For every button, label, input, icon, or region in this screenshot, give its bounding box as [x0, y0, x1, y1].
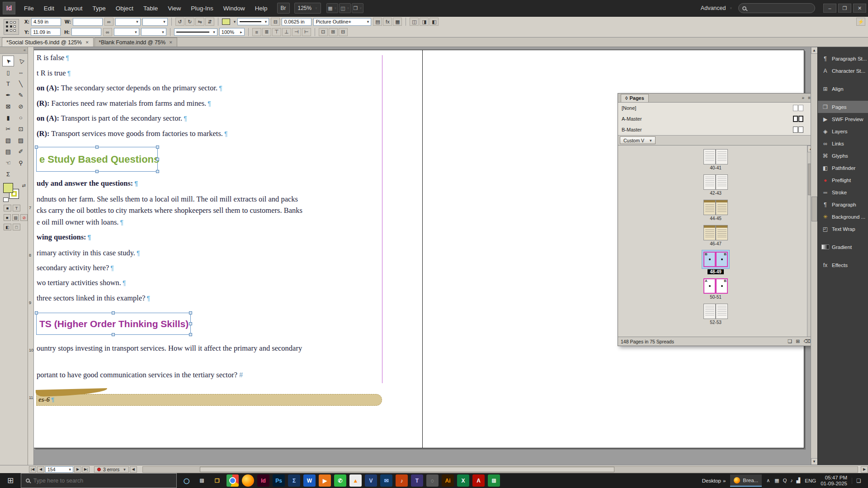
transform-icon-button[interactable]: ⇋: [195, 18, 204, 26]
page-spread-thumbnail[interactable]: 42-43: [691, 174, 741, 196]
page-spread-thumbnail[interactable]: 40-41: [691, 149, 741, 170]
page-icon[interactable]: A: [703, 278, 716, 294]
text-wrap-icon-button[interactable]: ◧: [429, 18, 439, 26]
previous-page-button[interactable]: ◀: [37, 466, 44, 473]
taskbar-app-icon[interactable]: Σ: [288, 474, 300, 487]
rotation-field[interactable]: ▾: [142, 18, 168, 26]
scroll-left-button[interactable]: ◀: [130, 466, 137, 473]
dock-panel-button[interactable]: ⌘ Glyphs: [818, 150, 868, 162]
tool-button[interactable]: ⊡: [15, 123, 27, 134]
object-style-dropdown[interactable]: Picture Outline+▾: [313, 18, 371, 26]
selection-handle[interactable]: [189, 322, 192, 325]
taskbar-app-icon[interactable]: ▲: [349, 474, 362, 487]
selection-handle[interactable]: [35, 311, 38, 314]
scrollbar-thumb[interactable]: [200, 467, 614, 472]
menu-item[interactable]: View: [163, 0, 186, 17]
constrain-proportions-icon[interactable]: ∞: [104, 18, 113, 26]
taskbar-app-icon[interactable]: ❒: [211, 474, 223, 487]
dock-panel-button[interactable]: ● Preflight: [818, 174, 868, 186]
scroll-up-icon[interactable]: ▲: [811, 47, 818, 54]
align-icon-button[interactable]: ⊥: [282, 28, 291, 36]
collapse-panel-icon[interactable]: »: [802, 95, 805, 100]
quick-apply-icon[interactable]: ⚡: [856, 18, 865, 26]
dock-panel-button[interactable]: Gradient: [818, 241, 868, 253]
selection-handle[interactable]: [189, 333, 192, 336]
selection-handle[interactable]: [189, 311, 192, 314]
taskbar-app-icon[interactable]: [226, 474, 239, 487]
transform-icon-button[interactable]: ↻: [185, 18, 194, 26]
panel-footer-icon-button[interactable]: ⌫: [803, 338, 811, 344]
scroll-down-icon[interactable]: ▼: [811, 458, 818, 465]
tool-button[interactable]: T: [2, 78, 14, 89]
close-icon[interactable]: ✕: [85, 40, 89, 45]
tool-button[interactable]: ▤: [2, 146, 14, 157]
menu-item[interactable]: Window: [218, 0, 250, 17]
page-spread-thumbnail[interactable]: B B 48-49: [691, 250, 741, 274]
dock-panel-button[interactable]: ∞ Links: [818, 137, 868, 150]
taskbar-app-icon[interactable]: T: [411, 474, 423, 487]
tool-button[interactable]: ▮: [2, 112, 14, 123]
tool-button[interactable]: ▧: [2, 135, 14, 145]
taskbar-search-box[interactable]: [21, 473, 177, 488]
align-icon-button[interactable]: ≡: [252, 28, 261, 36]
master-page-row[interactable]: B-Master: [618, 124, 813, 135]
document-tab[interactable]: *Blank Fomate.indd @ 75% ✕: [94, 38, 177, 47]
minimize-button[interactable]: –: [823, 4, 836, 13]
align-icon-button[interactable]: ⊢: [302, 28, 311, 36]
preview-view-button[interactable]: □: [13, 224, 20, 230]
document-tab[interactable]: *Social Studies-6.indd @ 125% ✕: [2, 38, 94, 47]
menu-item[interactable]: Help: [250, 0, 273, 17]
tray-icon[interactable]: ▟: [797, 478, 800, 483]
last-page-button[interactable]: ▶|: [82, 466, 90, 473]
collapse-panel-icon[interactable]: «: [24, 48, 26, 52]
height-field[interactable]: [71, 28, 101, 36]
dock-panel-button[interactable]: ▶ SWF Preview: [818, 113, 868, 125]
tool-button[interactable]: ╲: [15, 78, 27, 89]
text-wrap-icon-button[interactable]: ◫: [410, 18, 419, 26]
taskbar-app-icon[interactable]: ✉: [380, 474, 392, 487]
language-indicator[interactable]: ENG: [805, 478, 816, 483]
effects-icon-button[interactable]: ▤: [373, 18, 382, 26]
scrollbar-thumb[interactable]: [811, 197, 817, 221]
selection-handle[interactable]: [112, 333, 115, 336]
shear-field[interactable]: ▾: [141, 28, 166, 36]
selection-handle[interactable]: [156, 170, 159, 173]
selection-handle[interactable]: [112, 311, 115, 314]
frame-fitting-icon-button[interactable]: ⊞: [329, 28, 338, 36]
tool-button[interactable]: ○: [15, 112, 27, 123]
effects-icon-button[interactable]: fx: [383, 18, 392, 26]
page-icon[interactable]: [716, 225, 728, 240]
dock-panel-button[interactable]: ◰ Text Wrap: [818, 223, 868, 235]
taskbar-app-icon[interactable]: [242, 474, 254, 487]
taskbar-app-icon[interactable]: Ps: [273, 474, 285, 487]
tool-button[interactable]: ▷: [15, 56, 27, 66]
restore-button[interactable]: ❐: [838, 4, 851, 13]
tray-icon[interactable]: Q: [783, 478, 787, 483]
dock-panel-button[interactable]: fx Effects: [818, 259, 868, 271]
pages-panel-header[interactable]: ◊ Pages » ≡: [618, 94, 813, 103]
fill-swatch[interactable]: [222, 19, 230, 25]
apply-none-button[interactable]: ⊘: [20, 214, 28, 221]
text-wrap-icon-button[interactable]: ◨: [420, 18, 429, 26]
menu-item[interactable]: Object: [111, 0, 138, 17]
selected-heading-frame[interactable]: TS (Higher Order Thinking Skills): [36, 313, 191, 335]
menu-item[interactable]: Type: [88, 0, 111, 17]
page-spread-thumbnail[interactable]: 44-45: [691, 200, 741, 221]
taskbar-app-icon[interactable]: V: [365, 474, 377, 487]
selection-handle[interactable]: [95, 170, 99, 173]
page-icon[interactable]: [703, 304, 716, 319]
selected-heading-frame[interactable]: e Study Based Questions: [36, 147, 158, 172]
tray-icon[interactable]: ▦: [774, 478, 779, 483]
start-button[interactable]: ⊞: [0, 473, 21, 488]
taskbar-app-icon[interactable]: Ai: [442, 474, 454, 487]
horizontal-scrollbar[interactable]: [142, 466, 858, 473]
menu-item[interactable]: Edit: [39, 0, 59, 17]
workspace-switcher[interactable]: Advanced▾: [701, 5, 732, 11]
apply-gradient-button[interactable]: ▧: [12, 214, 19, 221]
tool-button[interactable]: ⚲: [15, 157, 27, 168]
scroll-right-button[interactable]: ▶: [861, 466, 868, 473]
taskbar-app-icon[interactable]: ⊞: [488, 474, 500, 487]
tool-button[interactable]: ✎: [15, 89, 27, 100]
page-icon[interactable]: [716, 200, 728, 215]
page-icon[interactable]: [703, 174, 716, 190]
